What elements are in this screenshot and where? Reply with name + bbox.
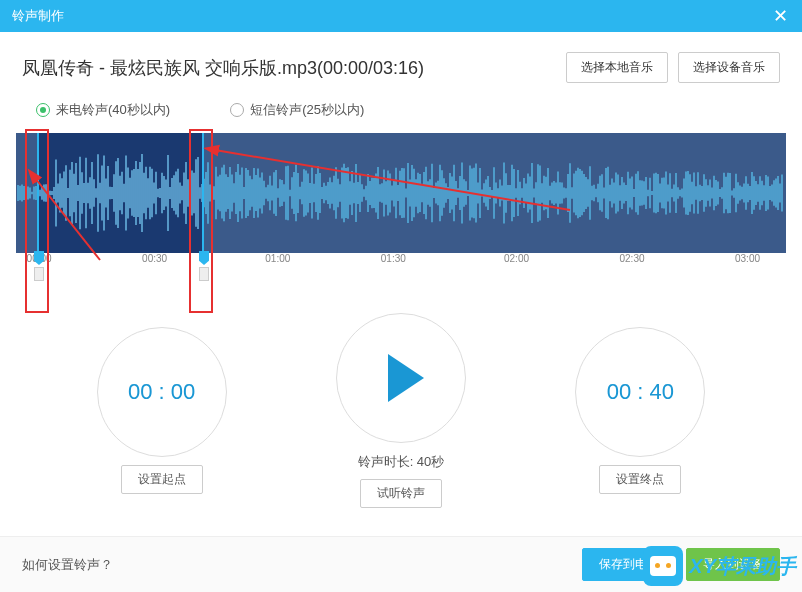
- radio-incoming-label: 来电铃声(40秒以内): [56, 101, 170, 119]
- start-time-display: 00 : 00: [97, 327, 227, 457]
- set-end-button[interactable]: 设置终点: [599, 465, 681, 494]
- radio-incoming-ringtone[interactable]: 来电铃声(40秒以内): [36, 101, 170, 119]
- close-icon[interactable]: ✕: [770, 5, 790, 27]
- time-tick: 01:30: [381, 253, 406, 264]
- time-tick: 01:00: [265, 253, 290, 264]
- annotation-box-start: [25, 129, 49, 313]
- preview-button[interactable]: 试听铃声: [360, 479, 442, 508]
- window-title: 铃声制作: [12, 7, 64, 25]
- time-tick: 00:30: [142, 253, 167, 264]
- duration-label: 铃声时长: 40秒: [336, 453, 466, 471]
- play-button[interactable]: [336, 313, 466, 443]
- logo-text: XY苹果助手: [689, 553, 796, 580]
- logo-icon: [643, 546, 683, 586]
- radio-sms-label: 短信铃声(25秒以内): [250, 101, 364, 119]
- end-time-display: 00 : 40: [575, 327, 705, 457]
- time-tick: 02:00: [504, 253, 529, 264]
- time-tick: 03:00: [735, 253, 760, 264]
- radio-unselected-icon: [230, 103, 244, 117]
- time-tick: 02:30: [619, 253, 644, 264]
- select-local-music-button[interactable]: 选择本地音乐: [566, 52, 668, 83]
- set-start-button[interactable]: 设置起点: [121, 465, 203, 494]
- logo-overlay: XY苹果助手: [643, 546, 796, 586]
- file-title: 凤凰传奇 - 最炫民族风 交响乐版.mp3(00:00/03:16): [22, 56, 424, 80]
- radio-selected-icon: [36, 103, 50, 117]
- help-link[interactable]: 如何设置铃声？: [22, 556, 113, 574]
- select-device-music-button[interactable]: 选择设备音乐: [678, 52, 780, 83]
- timeline: 00:00 00:30 01:00 01:30 02:00 02:30 03:0…: [16, 253, 786, 273]
- waveform-editor[interactable]: 00:00 00:30 01:00 01:30 02:00 02:30 03:0…: [16, 133, 786, 273]
- annotation-box-end: [189, 129, 213, 313]
- waveform-graphic: [16, 133, 786, 253]
- play-icon: [388, 354, 424, 402]
- radio-sms-ringtone[interactable]: 短信铃声(25秒以内): [230, 101, 364, 119]
